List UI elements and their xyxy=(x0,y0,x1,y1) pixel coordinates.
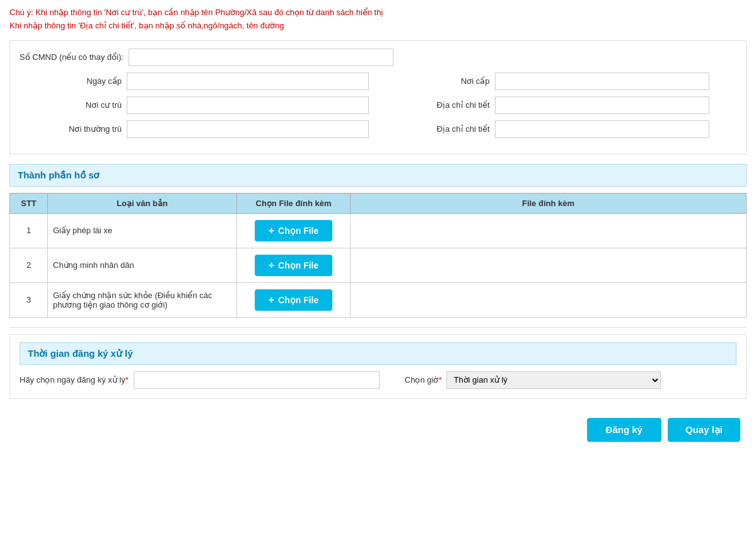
form-section: Số CMND (nếu có thay đổi): Ngày cấp Nơi … xyxy=(9,40,747,154)
cell-chon: + Chọn File xyxy=(237,282,351,317)
input-noi-cu-tru[interactable] xyxy=(127,96,369,114)
label-dia-chi-ct1: Địa chỉ chi tiết xyxy=(388,100,495,110)
group-dia-chi-ct2: Địa chỉ chi tiết xyxy=(388,120,737,138)
ho-so-section-header: Thành phần hồ sơ xyxy=(9,164,747,187)
group-cmnd: Số CMND (nếu có thay đổi): xyxy=(20,49,736,66)
input-ngay-cap[interactable] xyxy=(127,72,369,90)
label-dia-chi-ct2: Địa chỉ chi tiết xyxy=(388,124,495,134)
row-cmnd: Số CMND (nếu có thay đổi): xyxy=(20,49,736,66)
chon-file-button-2[interactable]: + Chọn File xyxy=(255,255,333,276)
date-input[interactable] xyxy=(134,371,380,389)
input-noi-cap[interactable] xyxy=(495,72,709,90)
th-loai: Loại văn bản xyxy=(48,193,237,213)
page-wrapper: Chú ý: Khi nhập thông tin 'Nơi cư trú', … xyxy=(0,0,756,556)
cell-file xyxy=(351,248,747,282)
label-noi-cap: Nơi cấp xyxy=(388,76,495,86)
chon-gio-group: Chọn giờ* Thời gian xử lýBuổi sángBuổi c… xyxy=(405,371,661,389)
th-chon: Chọn File đính kèm xyxy=(237,193,351,213)
input-dia-chi-ct2[interactable] xyxy=(495,120,709,138)
cell-stt: 3 xyxy=(10,282,48,317)
input-cmnd[interactable] xyxy=(129,49,393,66)
row-ngay-noi-cap: Ngày cấp Nơi cấp xyxy=(20,72,736,90)
date-group: Hãy chọn ngày đăng ký xử lý* xyxy=(20,371,380,389)
input-dia-chi-ct1[interactable] xyxy=(495,96,709,114)
divider-1 xyxy=(9,327,747,328)
cell-file xyxy=(351,282,747,317)
label-noi-thuong-tru: Nơi thường trú xyxy=(20,124,127,134)
chon-file-label: Chọn File xyxy=(278,260,318,270)
input-noi-thuong-tru[interactable] xyxy=(127,120,369,138)
th-file: File đính kèm xyxy=(351,193,747,213)
time-section-header: Thời gian đăng ký xử lý xyxy=(20,342,736,365)
plus-icon: + xyxy=(269,294,274,306)
table-header-row: STT Loại văn bản Chọn File đính kèm File… xyxy=(10,193,747,213)
group-ngay-cap: Ngày cấp xyxy=(20,72,369,90)
notice-line2: Khi nhập thông tin 'Địa chỉ chi tiết', b… xyxy=(9,20,747,33)
plus-icon: + xyxy=(269,225,274,236)
notice-box: Chú ý: Khi nhập thông tin 'Nơi cư trú', … xyxy=(9,6,747,33)
notice-line1: Chú ý: Khi nhập thông tin 'Nơi cư trú', … xyxy=(9,6,747,20)
cell-file xyxy=(351,213,747,248)
label-cmnd: Số CMND (nếu có thay đổi): xyxy=(20,52,129,62)
chon-file-button-1[interactable]: + Chọn File xyxy=(255,220,333,241)
cell-loai: Giấy chứng nhận sức khỏe (Điều khiển các… xyxy=(48,282,237,317)
chon-gio-select[interactable]: Thời gian xử lýBuổi sángBuổi chiều xyxy=(446,371,661,389)
bottom-bar: Đăng ký Quay lại xyxy=(9,408,747,448)
th-stt: STT xyxy=(10,193,48,213)
group-dia-chi-ct1: Địa chỉ chi tiết xyxy=(388,96,737,114)
cell-chon: + Chọn File xyxy=(237,248,351,282)
cell-stt: 1 xyxy=(10,213,48,248)
chon-gio-label: Chọn giờ* xyxy=(405,375,442,385)
chon-file-label: Chọn File xyxy=(278,226,318,236)
cell-chon: + Chọn File xyxy=(237,213,351,248)
label-noi-cu-tru: Nơi cư trú xyxy=(20,100,127,110)
chon-file-label: Chọn File xyxy=(278,295,318,305)
table-row: 1 Giấy phép lái xe + Chọn File xyxy=(10,213,747,248)
cell-stt: 2 xyxy=(10,248,48,282)
cell-loai: Chứng minh nhân dân xyxy=(48,248,237,282)
label-ngay-cap: Ngày cấp xyxy=(20,76,127,86)
time-row: Hãy chọn ngày đăng ký xử lý* Chọn giờ* T… xyxy=(20,371,736,389)
group-noi-cap: Nơi cấp xyxy=(388,72,737,90)
file-table: STT Loại văn bản Chọn File đính kèm File… xyxy=(9,193,747,318)
dang-ky-button[interactable]: Đăng ký xyxy=(587,418,661,442)
row-noi-thuong-tru: Nơi thường trú Địa chỉ chi tiết xyxy=(20,120,736,138)
cell-loai: Giấy phép lái xe xyxy=(48,213,237,248)
ho-so-section: Thành phần hồ sơ STT Loại văn bản Chọn F… xyxy=(9,164,747,318)
plus-icon: + xyxy=(269,260,274,271)
table-row: 2 Chứng minh nhân dân + Chọn File xyxy=(10,248,747,282)
group-noi-cu-tru: Nơi cư trú xyxy=(20,96,369,114)
chon-file-button-3[interactable]: + Chọn File xyxy=(255,289,333,311)
quay-lai-button[interactable]: Quay lại xyxy=(668,418,740,442)
time-section: Thời gian đăng ký xử lý Hãy chọn ngày đă… xyxy=(9,334,747,399)
group-noi-thuong-tru: Nơi thường trú xyxy=(20,120,369,138)
table-row: 3 Giấy chứng nhận sức khỏe (Điều khiển c… xyxy=(10,282,747,317)
row-noi-cu-tru: Nơi cư trú Địa chỉ chi tiết xyxy=(20,96,736,114)
date-label: Hãy chọn ngày đăng ký xử lý* xyxy=(20,375,134,385)
